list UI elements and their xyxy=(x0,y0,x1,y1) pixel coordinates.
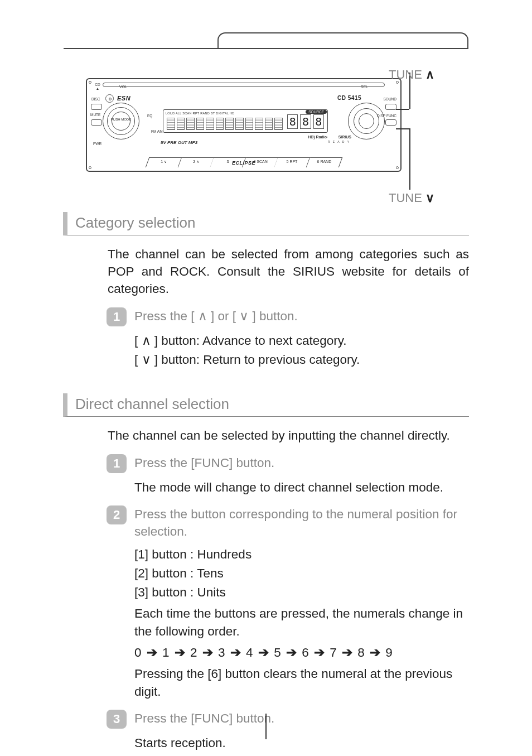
preset-5-button: 5 RPT xyxy=(274,157,310,167)
header-rule xyxy=(64,48,468,64)
direct-mode-note: The mode will change to direct channel s… xyxy=(134,479,469,497)
side-button xyxy=(385,104,396,110)
model-label: CD 5415 xyxy=(337,95,361,101)
volume-knob: PUSH MODE xyxy=(103,103,139,139)
step-text: Press the [FUNC] button. xyxy=(134,454,469,471)
step-text: Press the button corresponding to the nu… xyxy=(134,505,469,540)
radio-diagram: ESN CD 5415 VOL SEL CD ▲ DISC MUTE FM AM… xyxy=(86,78,415,172)
screw-icon xyxy=(396,166,399,169)
knob-left-label: PUSH MODE xyxy=(103,118,139,121)
btn3-line: [3] button : Units xyxy=(134,584,469,601)
side-button xyxy=(91,119,102,126)
select-knob xyxy=(348,103,385,139)
step-1-category: 1 Press the [ ∧ ] or [ ∨ ] button. xyxy=(107,307,469,326)
press6-line: Pressing the [6] button clears the numer… xyxy=(134,665,469,701)
step-number: 2 xyxy=(107,505,127,524)
vol-label: VOL xyxy=(119,85,127,89)
lcd-text-segments xyxy=(167,118,283,130)
btn1-line: [1] button : Hundreds xyxy=(134,546,469,564)
eject-label: CD ▲ xyxy=(93,83,102,90)
callout-line xyxy=(396,128,409,129)
side-button xyxy=(385,119,396,126)
side-button xyxy=(91,104,102,110)
btn2-line: [2] button : Tens xyxy=(134,565,469,582)
tune-down-callout: TUNE ∨ xyxy=(389,191,434,205)
lcd-indicator-strip: LOUD ALL SCAN RPT RAND ST DIGITAL HD xyxy=(166,112,284,116)
lcd-panel: LOUD ALL SCAN RPT RAND ST DIGITAL HD 888 xyxy=(163,109,328,133)
category-down-line: [ ∨ ] button: Return to previous categor… xyxy=(134,351,469,369)
sound-label: SOUND xyxy=(384,97,396,101)
tune-up-callout: TUNE ∧ xyxy=(389,68,434,82)
pwr-label: PWR xyxy=(93,142,101,146)
page-content: Category selection The channel can be se… xyxy=(63,212,469,756)
category-intro: The channel can be selected from among c… xyxy=(108,245,469,297)
eq-label: EQ xyxy=(147,114,152,118)
footer-mark xyxy=(0,714,532,743)
lcd-digit-segments: 888 xyxy=(287,114,324,129)
fm-am-label: FM AM xyxy=(151,129,163,133)
section-title-category: Category selection xyxy=(63,212,469,235)
compact-disc-icon xyxy=(105,94,114,103)
screw-icon xyxy=(89,166,91,169)
header-tab xyxy=(217,32,468,48)
screw-icon xyxy=(89,81,91,84)
preset-3-button: 3 xyxy=(210,157,246,167)
direct-intro: The channel can be selected by inputting… xyxy=(108,427,469,444)
preset-2-button: 2 ∧ xyxy=(178,157,214,167)
radio-faceplate: ESN CD 5415 VOL SEL CD ▲ DISC MUTE FM AM… xyxy=(86,78,402,172)
step-number: 1 xyxy=(107,307,127,326)
category-up-line: [ ∧ ] button: Advance to next category. xyxy=(134,332,469,350)
ready-label: R E A D Y xyxy=(328,140,350,143)
section-title-direct: Direct channel selection xyxy=(63,393,469,417)
step-number: 1 xyxy=(107,454,127,473)
preset-6-button: 6 RAND xyxy=(306,157,342,167)
preout-label: 5V PRE OUT MP3 xyxy=(161,140,197,145)
callout-line xyxy=(409,128,410,190)
preset-4-button: 4 SCAN xyxy=(242,157,278,167)
footer-tick-icon xyxy=(265,714,267,739)
step-1-direct: 1 Press the [FUNC] button. xyxy=(107,454,469,473)
step-text: Press the [ ∧ ] or [ ∨ ] button. xyxy=(134,307,469,325)
disc-label: DISC xyxy=(91,97,100,101)
brand-label: ESN xyxy=(117,95,130,102)
numeral-sequence: 0 ➔ 1 ➔ 2 ➔ 3 ➔ 4 ➔ 5 ➔ 6 ➔ 7 ➔ 8 ➔ 9 xyxy=(134,644,469,662)
cd-slot xyxy=(103,83,385,87)
callout-line xyxy=(396,109,409,110)
each-press-line: Each time the buttons are pressed, the n… xyxy=(134,605,469,641)
sel-label: SEL xyxy=(361,85,368,89)
sirius-label: SIRIUS xyxy=(338,135,351,139)
hd-radio-label: HD) Radio· xyxy=(308,135,328,139)
header-line xyxy=(64,48,468,49)
preset-1-button: 1 ∨ xyxy=(146,157,182,167)
step-2-direct: 2 Press the button corresponding to the … xyxy=(107,505,469,540)
preset-row: 1 ∨ 2 ∧ 3 4 SCAN 5 RPT 6 RAND xyxy=(147,153,340,167)
mute-label: MUTE xyxy=(90,113,100,117)
